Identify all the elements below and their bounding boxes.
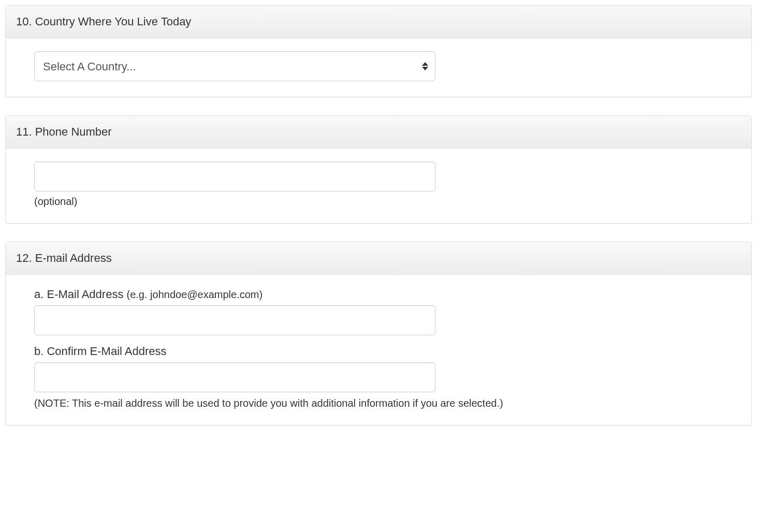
email-label-b: b. Confirm E-Mail Address bbox=[34, 345, 723, 358]
country-section: 10. Country Where You Live Today Select … bbox=[5, 5, 752, 97]
email-label-a: a. E-Mail Address (e.g. johndoe@example.… bbox=[34, 288, 723, 301]
phone-section: 11. Phone Number (optional) bbox=[5, 115, 752, 224]
email-field-group-b: b. Confirm E-Mail Address (NOTE: This e-… bbox=[34, 345, 723, 409]
phone-input[interactable] bbox=[34, 161, 435, 191]
country-section-body: Select A Country... bbox=[6, 38, 751, 97]
email-section: 12. E-mail Address a. E-Mail Address (e.… bbox=[5, 242, 752, 425]
country-section-title: 10. Country Where You Live Today bbox=[6, 6, 751, 38]
email-section-body: a. E-Mail Address (e.g. johndoe@example.… bbox=[6, 275, 751, 425]
country-select[interactable]: Select A Country... bbox=[34, 51, 435, 81]
phone-section-body: (optional) bbox=[6, 149, 751, 223]
email-section-title: 12. E-mail Address bbox=[6, 242, 751, 275]
country-select-wrapper: Select A Country... bbox=[34, 51, 435, 81]
email-input[interactable] bbox=[34, 305, 435, 335]
email-note: (NOTE: This e-mail address will be used … bbox=[34, 397, 723, 409]
confirm-email-input[interactable] bbox=[34, 362, 435, 392]
email-field-group-a: a. E-Mail Address (e.g. johndoe@example.… bbox=[34, 288, 723, 335]
email-label-a-hint: (e.g. johndoe@example.com) bbox=[127, 289, 263, 300]
phone-optional-label: (optional) bbox=[34, 196, 723, 208]
phone-section-title: 11. Phone Number bbox=[6, 116, 751, 149]
email-label-a-text: a. E-Mail Address bbox=[34, 288, 127, 301]
